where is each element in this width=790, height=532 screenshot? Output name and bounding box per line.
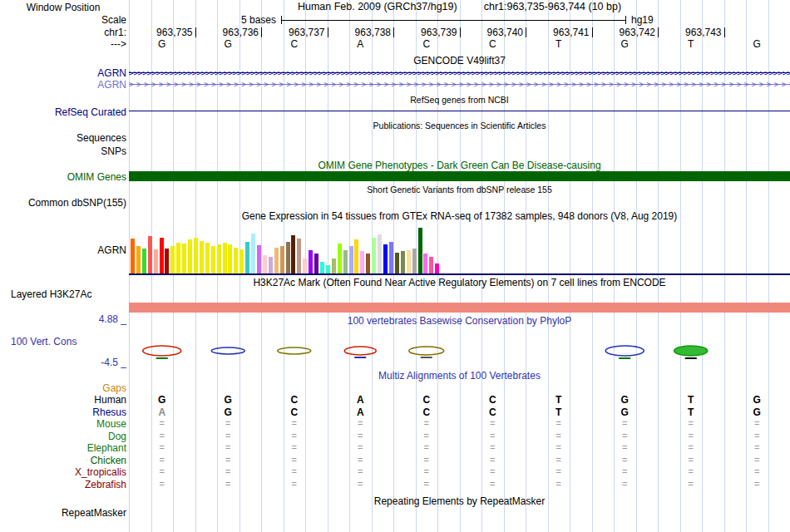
- gtex-tissue-bar[interactable]: [176, 243, 180, 273]
- base-letter: A: [352, 38, 368, 50]
- label-repeatmasker[interactable]: RepeatMasker: [0, 507, 126, 519]
- gtex-tissue-bar[interactable]: [423, 254, 427, 273]
- align-gap-mark-elephant: =: [352, 442, 368, 452]
- title-gencode[interactable]: GENCODE V49lift37: [129, 55, 790, 66]
- gtex-tissue-bar[interactable]: [383, 244, 388, 273]
- gtex-tissue-bar[interactable]: [286, 242, 290, 273]
- phylop-logo: [674, 346, 708, 356]
- title-h3k27ac[interactable]: H3K27Ac Mark (Often Found Near Active Re…: [129, 277, 790, 288]
- refseq-track-line[interactable]: [129, 111, 790, 111]
- gtex-tissue-bar[interactable]: [217, 244, 221, 273]
- base-letter: G: [748, 38, 765, 50]
- label-agrn-transcript-1[interactable]: AGRN: [0, 67, 126, 79]
- title-repeatmasker[interactable]: Repeating Elements by RepeatMasker: [129, 495, 790, 507]
- gtex-tissue-bar[interactable]: [245, 242, 249, 273]
- title-publications[interactable]: Publications: Sequences in Scientific Ar…: [129, 121, 790, 131]
- gtex-tissue-bar[interactable]: [372, 238, 376, 273]
- gtex-tissue-bar[interactable]: [194, 238, 198, 273]
- gtex-tissue-bar[interactable]: [360, 251, 364, 273]
- label-sequences[interactable]: Sequences: [0, 132, 126, 144]
- align-gap-mark-mouse: =: [352, 418, 368, 428]
- gtex-tissue-bar[interactable]: [429, 257, 433, 273]
- label-window-position: Window Position: [0, 2, 126, 13]
- gtex-tissue-bar[interactable]: [223, 243, 227, 273]
- gtex-tissue-bar[interactable]: [343, 250, 348, 273]
- label-agrn-transcript-2[interactable]: AGRN: [0, 79, 126, 91]
- gtex-tissue-bar[interactable]: [170, 246, 175, 273]
- gtex-tissue-bar[interactable]: [274, 248, 279, 273]
- label-agrn-gtex[interactable]: AGRN: [0, 244, 126, 256]
- gtex-tissue-bar[interactable]: [326, 265, 330, 273]
- gtex-tissue-bar[interactable]: [338, 244, 342, 273]
- align-base-human: C: [484, 394, 501, 406]
- gtex-tissue-bar[interactable]: [182, 244, 186, 273]
- label-omim-genes[interactable]: OMIM Genes: [0, 171, 126, 183]
- align-base-rhesus: C: [418, 406, 435, 418]
- gtex-tissue-bar[interactable]: [291, 235, 295, 273]
- gtex-tissue-bar[interactable]: [160, 238, 164, 273]
- title-phylop[interactable]: 100 vertebrates Basewise Conservation by…: [129, 315, 790, 327]
- label-refseq-curated[interactable]: RefSeq Curated: [0, 106, 126, 118]
- h3k27ac-signal-bar[interactable]: [129, 303, 790, 313]
- gtex-tissue-bar[interactable]: [354, 239, 358, 273]
- omim-gene-bar[interactable]: [129, 171, 790, 181]
- gtex-tissue-bar[interactable]: [418, 228, 422, 273]
- label-scale: Scale: [0, 14, 126, 26]
- position-range-label: chr1:963,735-963,744 (10 bp): [484, 1, 621, 12]
- align-base-human: T: [683, 394, 699, 406]
- gtex-tissue-bar[interactable]: [131, 239, 135, 273]
- gtex-tissue-bar[interactable]: [280, 246, 284, 273]
- gtex-tissue-bar[interactable]: [234, 248, 238, 273]
- scale-bar: 5 bases hg19: [129, 14, 790, 27]
- gtex-tissue-bar[interactable]: [314, 254, 318, 273]
- gtex-tissue-bar[interactable]: [320, 262, 324, 273]
- gtex-tissue-bar[interactable]: [407, 250, 411, 273]
- gtex-tissue-bar[interactable]: [378, 234, 382, 273]
- gtex-tissue-bar[interactable]: [142, 249, 146, 273]
- gtex-tissue-bar[interactable]: [263, 255, 267, 273]
- align-gap-mark-zebrafish: =: [551, 479, 567, 489]
- gtex-tissue-bar[interactable]: [395, 253, 399, 273]
- label-common-dbsnp[interactable]: Common dbSNP(155): [0, 197, 126, 209]
- scale-value: 5 bases: [129, 14, 276, 26]
- transcript-arrows[interactable]: >>>>>>>>>>>>>>>>>>>>>>>>>>>>>>>>>>>>>>>>…: [129, 69, 790, 77]
- gtex-tissue-bar[interactable]: [257, 245, 261, 273]
- align-gap-mark-chicken: =: [418, 455, 435, 465]
- title-dbsnp[interactable]: Short Genetic Variants from dbSNP releas…: [129, 185, 790, 195]
- gtex-tissue-bar[interactable]: [148, 236, 152, 273]
- gtex-tissue-bar[interactable]: [401, 251, 405, 273]
- gtex-tissue-bar[interactable]: [165, 249, 169, 273]
- gtex-tissue-bar[interactable]: [136, 246, 141, 273]
- gtex-tissue-bar[interactable]: [188, 239, 192, 273]
- align-base-human: G: [154, 394, 170, 406]
- gtex-tissue-bar[interactable]: [366, 254, 370, 273]
- gtex-tissue-bar[interactable]: [435, 264, 439, 273]
- gtex-tissue-bar[interactable]: [239, 249, 244, 273]
- gtex-tissue-bar[interactable]: [389, 242, 393, 273]
- align-gap-mark-x_tropicalis: =: [616, 466, 633, 476]
- gtex-tissue-bar[interactable]: [349, 246, 353, 273]
- label-layered-h3k27ac[interactable]: Layered H3K27Ac: [0, 288, 126, 300]
- gtex-tissue-bar[interactable]: [303, 259, 307, 273]
- label-100-vert-cons[interactable]: 100 Vert. Cons: [0, 336, 126, 347]
- title-omim[interactable]: OMIM Gene Phenotypes - Dark Green Can Be…: [129, 160, 790, 171]
- gtex-tissue-bar[interactable]: [154, 249, 158, 273]
- label-snps[interactable]: SNPs: [0, 145, 126, 157]
- ruler-label: 963,740: [461, 27, 523, 38]
- gtex-tissue-bar[interactable]: [251, 234, 255, 273]
- gtex-tissue-bar[interactable]: [297, 239, 301, 273]
- transcript-arrows[interactable]: >>>>>>>>>>>>>>>>>>>>>>>>>>>>>>>>>>>>>>>>…: [129, 81, 790, 89]
- title-multiz[interactable]: Multiz Alignments of 100 Vertebrates: [129, 370, 790, 382]
- gtex-tissue-bar[interactable]: [205, 243, 210, 273]
- gtex-tissue-bar[interactable]: [228, 244, 232, 273]
- gtex-tissue-bar[interactable]: [309, 250, 313, 273]
- title-refseq[interactable]: RefSeq genes from NCBI: [129, 95, 790, 105]
- align-gap-mark-zebrafish: =: [418, 479, 435, 489]
- gtex-tissue-bar[interactable]: [332, 259, 336, 273]
- gtex-tissue-bar[interactable]: [412, 249, 417, 273]
- phylop-logo: [211, 347, 244, 354]
- gtex-tissue-bar[interactable]: [200, 241, 204, 273]
- gtex-tissue-bar[interactable]: [211, 246, 215, 273]
- title-gtex[interactable]: Gene Expression in 54 tissues from GTEx …: [129, 210, 790, 222]
- gtex-tissue-bar[interactable]: [269, 257, 273, 273]
